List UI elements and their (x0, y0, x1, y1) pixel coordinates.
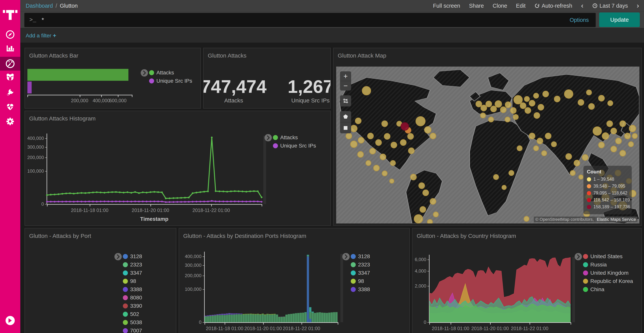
stack-bar-3388 (216, 314, 219, 315)
osm-attribution-link[interactable]: © OpenStreetMap contributors, (534, 217, 595, 222)
elastic-maps-link[interactable]: Elastic Maps Service (595, 217, 638, 222)
map-bubble (586, 90, 592, 95)
y-axis-tick-label: 6,000 (412, 257, 426, 262)
draw-polygon-button[interactable] (340, 111, 351, 122)
sidebar-item-dev-tools[interactable] (0, 85, 20, 99)
legend-collapse-strip[interactable] (263, 136, 266, 204)
x-axis-tick-label: 200,000 (71, 98, 88, 103)
add-filter-link[interactable]: Add a filter + (26, 32, 56, 39)
legend-item[interactable]: 502 (123, 311, 142, 317)
stack-bar-98 (266, 314, 269, 314)
sidebar-item-honeypot[interactable] (0, 71, 20, 84)
legend-collapse-strip[interactable] (572, 257, 575, 322)
stack-bar-2323 (228, 314, 230, 322)
legend-collapse-strip[interactable] (340, 254, 343, 322)
stack-bar-98 (243, 314, 245, 314)
sidebar-collapse-button[interactable] (6, 316, 15, 325)
legend-item[interactable]: 5038 (123, 319, 142, 325)
auto-refresh-button[interactable]: Auto-refresh (534, 3, 572, 9)
stack-bar-3347 (312, 311, 314, 313)
sidebar-item-dashboard[interactable] (0, 57, 20, 71)
legend-item[interactable]: 2323 (351, 262, 370, 268)
y-axis-tick-label: 400,000 (24, 136, 44, 141)
legend-label: 3128 (130, 253, 142, 259)
breadcrumb-dashboard-link[interactable]: Dashboard (26, 3, 53, 9)
zoom-in-button[interactable]: + (340, 71, 351, 81)
legend-item[interactable]: Attacks (273, 134, 316, 141)
filter-bar: Add a filter + (20, 28, 644, 43)
legend-item[interactable]: 8080 (123, 295, 142, 301)
stack-bar-3388 (240, 314, 242, 314)
legend-item[interactable]: United Kingdom (583, 270, 633, 276)
stack-bar-2323 (259, 315, 262, 322)
clone-button[interactable]: Clone (492, 3, 507, 9)
search-input[interactable]: >_ * Options (24, 13, 596, 27)
legend-item[interactable]: 3390 (123, 303, 142, 309)
stack-bar-3388 (226, 313, 228, 315)
legend-item[interactable]: Attacks (149, 70, 192, 76)
legend-item[interactable]: Unique Src IPs (149, 78, 192, 84)
time-picker-button[interactable]: Last 7 days (592, 3, 628, 9)
query-options-link[interactable]: Options (570, 17, 589, 23)
legend-item[interactable]: 98 (351, 278, 370, 284)
legend-toggle-chevron[interactable] (574, 253, 582, 261)
stack-bar-2323 (214, 315, 216, 322)
plot-canvas (429, 257, 570, 322)
legend-item[interactable]: China (583, 286, 633, 292)
share-button[interactable]: Share (469, 3, 484, 9)
time-prev-button[interactable]: ‹ (581, 3, 584, 9)
update-button[interactable]: Update (599, 13, 640, 27)
stack-bar-2323 (324, 313, 326, 322)
map-bubble (380, 154, 386, 160)
stack-bar-3388 (204, 316, 207, 316)
legend-toggle-chevron[interactable] (264, 134, 272, 143)
legend-item[interactable]: 3128 (123, 253, 142, 259)
stack-bar-3388 (209, 315, 212, 316)
legend-item[interactable]: 3388 (351, 286, 370, 292)
stack-bar-2323 (276, 314, 278, 322)
legend-item[interactable]: 3347 (123, 270, 142, 276)
edit-button[interactable]: Edit (516, 3, 526, 9)
query-value: * (42, 17, 44, 24)
map-bubble (564, 89, 573, 99)
legend-item[interactable]: 3128 (351, 253, 370, 259)
x-axis-tick (80, 95, 80, 97)
legend-toggle-chevron[interactable] (114, 253, 122, 261)
world-map[interactable]: + − Count 1 – 39,54839,5 (336, 67, 640, 223)
map-zoom-controls: + − (340, 71, 351, 91)
legend-item[interactable]: Unique Src IPs (273, 143, 316, 149)
map-bubble (606, 120, 613, 127)
legend-item[interactable]: 98 (123, 278, 142, 284)
sidebar-item-management[interactable] (0, 115, 20, 128)
legend-item[interactable]: 3388 (123, 286, 142, 292)
y-axis-tick-label: 200,000 (24, 155, 44, 160)
legend-item[interactable]: United States (583, 253, 633, 259)
legend-label: 2323 (130, 262, 142, 268)
map-bubble (390, 160, 396, 166)
sidebar-item-discover[interactable] (0, 28, 20, 42)
legend-item[interactable]: 3347 (351, 270, 370, 276)
fit-data-bounds-button[interactable] (340, 95, 351, 107)
x-axis-tick-label: 400,000 (92, 98, 110, 103)
map-bubble (610, 128, 617, 134)
x-axis-title: Timestamp (140, 216, 168, 222)
stack-bar-2323 (288, 314, 290, 322)
legend-item[interactable]: 7007 (123, 328, 142, 333)
stack-bar-98 (259, 314, 262, 315)
stack-bar-2323 (328, 313, 330, 322)
zoom-out-button[interactable]: − (340, 81, 351, 91)
legend-item[interactable]: Republic of Korea (583, 278, 633, 284)
full-screen-button[interactable]: Full screen (433, 3, 460, 9)
sidebar-item-visualize[interactable] (0, 41, 20, 55)
stack-bar-3388 (235, 313, 238, 314)
map-bubble (382, 120, 388, 127)
telekom-logo[interactable] (0, 4, 20, 25)
legend-toggle-chevron[interactable] (342, 253, 350, 261)
sidebar-item-monitoring[interactable] (0, 100, 20, 114)
time-next-button[interactable]: › (637, 3, 639, 9)
stack-bar-3388 (238, 313, 240, 314)
legend-item[interactable]: Russia (583, 262, 633, 268)
legend-item[interactable]: 2323 (123, 262, 142, 268)
draw-rectangle-button[interactable] (340, 122, 351, 133)
legend-toggle-chevron[interactable] (140, 69, 148, 78)
